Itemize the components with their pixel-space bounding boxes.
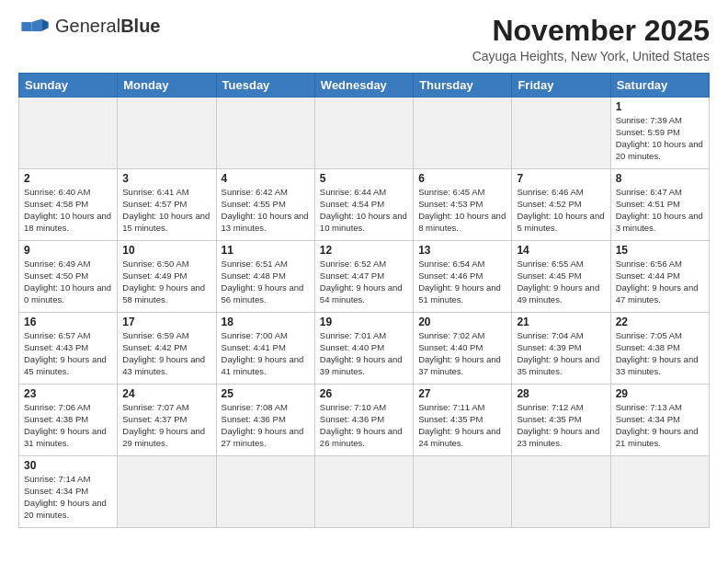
day-cell: 15Sunrise: 6:56 AMSunset: 4:44 PMDayligh… — [610, 241, 709, 313]
day-number: 7 — [517, 172, 605, 185]
day-cell: 27Sunrise: 7:11 AMSunset: 4:35 PMDayligh… — [414, 385, 512, 456]
day-number: 30 — [24, 459, 112, 472]
day-cell: 17Sunrise: 6:59 AMSunset: 4:42 PMDayligh… — [118, 313, 216, 385]
day-info: Sunrise: 7:13 AMSunset: 4:34 PMDaylight:… — [616, 402, 704, 449]
day-cell: 25Sunrise: 7:08 AMSunset: 4:36 PMDayligh… — [216, 385, 314, 456]
day-number: 1 — [616, 100, 704, 113]
day-cell: 5Sunrise: 6:44 AMSunset: 4:54 PMDaylight… — [314, 169, 413, 241]
empty-cell — [118, 456, 216, 528]
day-cell: 23Sunrise: 7:06 AMSunset: 4:38 PMDayligh… — [19, 385, 118, 456]
empty-cell — [216, 456, 314, 528]
calendar-row: 23Sunrise: 7:06 AMSunset: 4:38 PMDayligh… — [19, 385, 710, 456]
day-cell: 20Sunrise: 7:02 AMSunset: 4:40 PMDayligh… — [414, 313, 512, 385]
day-number: 19 — [320, 316, 408, 328]
header-monday: Monday — [118, 74, 216, 98]
day-cell: 30Sunrise: 7:14 AMSunset: 4:34 PMDayligh… — [19, 456, 118, 528]
day-info: Sunrise: 6:56 AMSunset: 4:44 PMDaylight:… — [616, 259, 704, 305]
day-cell: 8Sunrise: 6:47 AMSunset: 4:51 PMDaylight… — [610, 169, 709, 241]
day-info: Sunrise: 6:41 AMSunset: 4:57 PMDaylight:… — [122, 187, 210, 234]
day-cell: 4Sunrise: 6:42 AMSunset: 4:55 PMDaylight… — [216, 169, 314, 241]
empty-cell — [314, 456, 413, 528]
day-cell: 3Sunrise: 6:41 AMSunset: 4:57 PMDaylight… — [118, 169, 216, 241]
day-info: Sunrise: 6:50 AMSunset: 4:49 PMDaylight:… — [122, 259, 210, 305]
header-sunday: Sunday — [19, 74, 118, 98]
day-number: 12 — [320, 244, 408, 257]
header-tuesday: Tuesday — [216, 74, 314, 98]
day-number: 18 — [222, 316, 310, 328]
day-info: Sunrise: 7:10 AMSunset: 4:36 PMDaylight:… — [320, 402, 408, 449]
location: Cayuga Heights, New York, United States — [472, 49, 710, 63]
day-info: Sunrise: 7:11 AMSunset: 4:35 PMDaylight:… — [418, 402, 506, 449]
day-info: Sunrise: 6:42 AMSunset: 4:55 PMDaylight:… — [222, 187, 310, 234]
day-cell: 26Sunrise: 7:10 AMSunset: 4:36 PMDayligh… — [314, 385, 413, 456]
day-number: 6 — [418, 172, 506, 185]
day-cell: 12Sunrise: 6:52 AMSunset: 4:47 PMDayligh… — [314, 241, 413, 313]
day-number: 10 — [122, 244, 210, 257]
day-info: Sunrise: 6:55 AMSunset: 4:45 PMDaylight:… — [517, 259, 605, 305]
day-cell: 7Sunrise: 6:46 AMSunset: 4:52 PMDaylight… — [512, 169, 610, 241]
calendar-row: 30Sunrise: 7:14 AMSunset: 4:34 PMDayligh… — [19, 456, 710, 528]
day-cell: 11Sunrise: 6:51 AMSunset: 4:48 PMDayligh… — [216, 241, 314, 313]
day-cell: 24Sunrise: 7:07 AMSunset: 4:37 PMDayligh… — [118, 385, 216, 456]
header: GeneralBlue November 2025 Cayuga Heights… — [18, 15, 710, 63]
day-number: 3 — [122, 172, 210, 185]
day-info: Sunrise: 7:02 AMSunset: 4:40 PMDaylight:… — [418, 330, 506, 377]
day-cell: 6Sunrise: 6:45 AMSunset: 4:53 PMDaylight… — [414, 169, 512, 241]
day-number: 25 — [222, 387, 310, 400]
day-cell: 1Sunrise: 7:39 AMSunset: 5:59 PMDaylight… — [610, 98, 709, 169]
day-number: 26 — [320, 387, 408, 400]
day-info: Sunrise: 6:47 AMSunset: 4:51 PMDaylight:… — [616, 187, 704, 234]
day-info: Sunrise: 7:07 AMSunset: 4:37 PMDaylight:… — [122, 402, 210, 449]
day-cell: 29Sunrise: 7:13 AMSunset: 4:34 PMDayligh… — [610, 385, 709, 456]
day-number: 13 — [418, 244, 506, 257]
empty-cell — [314, 98, 413, 169]
calendar-row: 1Sunrise: 7:39 AMSunset: 5:59 PMDaylight… — [19, 98, 710, 169]
day-number: 23 — [24, 387, 112, 400]
empty-cell — [414, 456, 512, 528]
day-info: Sunrise: 6:44 AMSunset: 4:54 PMDaylight:… — [320, 187, 408, 234]
day-info: Sunrise: 6:51 AMSunset: 4:48 PMDaylight:… — [222, 259, 310, 305]
day-number: 15 — [616, 244, 704, 257]
day-number: 2 — [24, 172, 112, 185]
header-saturday: Saturday — [610, 74, 709, 98]
day-cell: 21Sunrise: 7:04 AMSunset: 4:39 PMDayligh… — [512, 313, 610, 385]
calendar: Sunday Monday Tuesday Wednesday Thursday… — [18, 73, 710, 528]
day-number: 9 — [24, 244, 112, 257]
day-info: Sunrise: 6:49 AMSunset: 4:50 PMDaylight:… — [24, 259, 112, 305]
svg-marker-1 — [31, 18, 41, 30]
empty-cell — [216, 98, 314, 169]
title-block: November 2025 Cayuga Heights, New York, … — [472, 15, 710, 63]
empty-cell — [19, 98, 118, 169]
day-number: 28 — [517, 387, 605, 400]
day-cell: 2Sunrise: 6:40 AMSunset: 4:58 PMDaylight… — [19, 169, 118, 241]
day-number: 4 — [222, 172, 310, 185]
day-info: Sunrise: 7:06 AMSunset: 4:38 PMDaylight:… — [24, 402, 112, 449]
day-number: 24 — [122, 387, 210, 400]
empty-cell — [512, 98, 610, 169]
logo-icon — [18, 17, 51, 37]
day-number: 8 — [616, 172, 704, 185]
day-info: Sunrise: 7:05 AMSunset: 4:38 PMDaylight:… — [616, 330, 704, 377]
day-number: 11 — [222, 244, 310, 257]
calendar-row: 2Sunrise: 6:40 AMSunset: 4:58 PMDaylight… — [19, 169, 710, 241]
day-number: 20 — [418, 316, 506, 328]
day-info: Sunrise: 6:54 AMSunset: 4:46 PMDaylight:… — [418, 259, 506, 305]
empty-cell — [610, 456, 709, 528]
day-cell: 22Sunrise: 7:05 AMSunset: 4:38 PMDayligh… — [610, 313, 709, 385]
header-wednesday: Wednesday — [314, 74, 413, 98]
logo-text: GeneralBlue — [55, 17, 161, 36]
day-cell: 13Sunrise: 6:54 AMSunset: 4:46 PMDayligh… — [414, 241, 512, 313]
day-info: Sunrise: 7:01 AMSunset: 4:40 PMDaylight:… — [320, 330, 408, 377]
day-cell: 18Sunrise: 7:00 AMSunset: 4:41 PMDayligh… — [216, 313, 314, 385]
day-info: Sunrise: 6:45 AMSunset: 4:53 PMDaylight:… — [418, 187, 506, 234]
day-number: 22 — [616, 316, 704, 328]
day-number: 29 — [616, 387, 704, 400]
weekday-header-row: Sunday Monday Tuesday Wednesday Thursday… — [19, 74, 710, 98]
day-info: Sunrise: 6:52 AMSunset: 4:47 PMDaylight:… — [320, 259, 408, 305]
empty-cell — [414, 98, 512, 169]
day-number: 5 — [320, 172, 408, 185]
logo-blue-text: Blue — [120, 16, 160, 36]
header-thursday: Thursday — [414, 74, 512, 98]
day-info: Sunrise: 7:12 AMSunset: 4:35 PMDaylight:… — [517, 402, 605, 449]
calendar-row: 9Sunrise: 6:49 AMSunset: 4:50 PMDaylight… — [19, 241, 710, 313]
